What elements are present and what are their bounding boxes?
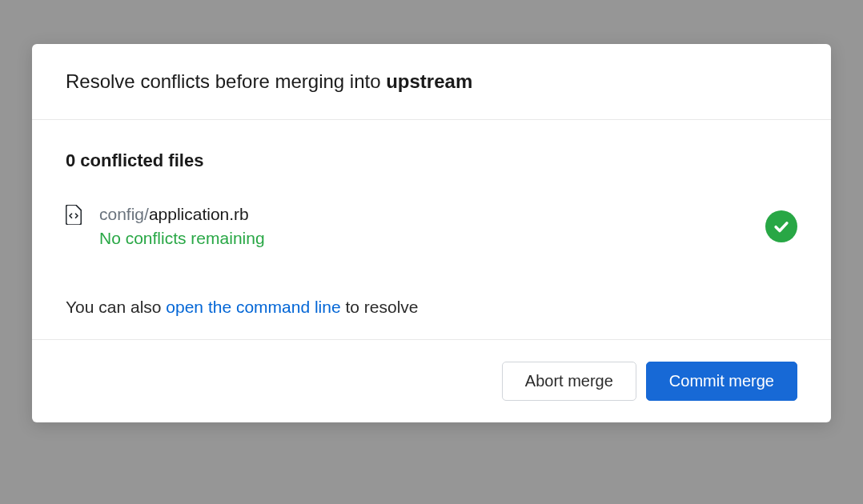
file-info: config/application.rb No conflicts remai… [99,205,765,248]
file-status: No conflicts remaining [99,229,765,248]
file-path: config/application.rb [99,205,765,224]
commit-merge-button[interactable]: Commit merge [646,362,797,401]
merge-conflicts-dialog: Resolve conflicts before merging into up… [32,44,831,422]
file-code-icon [66,205,83,226]
dialog-header: Resolve conflicts before merging into up… [32,44,831,120]
conflict-count: 0 conflicted files [66,150,797,171]
hint-prefix: You can also [66,298,166,316]
hint-line: You can also open the command line to re… [66,298,797,317]
target-branch: upstream [386,70,472,92]
hint-suffix: to resolve [341,298,419,316]
open-command-line-link[interactable]: open the command line [166,298,340,316]
file-row: config/application.rb No conflicts remai… [66,205,797,248]
title-prefix: Resolve conflicts before merging into [66,70,386,92]
dialog-body: 0 conflicted files config/application.rb… [32,120,831,340]
file-name: application.rb [149,205,249,223]
resolved-check-icon [765,210,797,242]
abort-merge-button[interactable]: Abort merge [502,362,636,401]
dialog-title: Resolve conflicts before merging into up… [66,70,797,93]
dialog-footer: Abort merge Commit merge [32,340,831,422]
file-dir: config/ [99,205,149,223]
